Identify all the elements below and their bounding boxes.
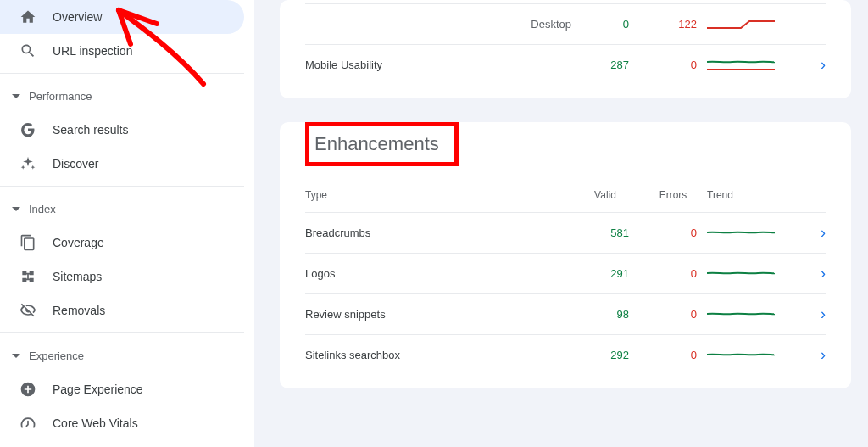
- chevron-right-icon[interactable]: ›: [792, 346, 826, 364]
- row-errors: 0: [639, 267, 707, 280]
- speed-icon: [19, 414, 37, 433]
- col-type: Type: [305, 189, 571, 201]
- row-errors: 0: [639, 308, 707, 321]
- table-row[interactable]: Logos 291 0 ›: [305, 253, 826, 293]
- chevron-right-icon[interactable]: ›: [792, 305, 826, 323]
- chevron-right-icon[interactable]: ›: [792, 56, 826, 74]
- sidebar-group-label: Performance: [29, 90, 92, 103]
- chevron-right-icon[interactable]: ›: [792, 224, 826, 242]
- plus-circle-icon: [19, 380, 37, 399]
- sidebar-label: Sitemaps: [53, 270, 102, 283]
- table-row[interactable]: Mobile Usability 287 0 ›: [305, 44, 826, 85]
- sidebar-label: URL inspection: [53, 44, 132, 58]
- row-valid: 581: [571, 226, 639, 239]
- sidebar-item-coverage[interactable]: Coverage: [0, 226, 244, 260]
- divider: [0, 73, 244, 74]
- sidebar-item-removals[interactable]: Removals: [0, 293, 244, 327]
- col-valid: Valid: [571, 189, 639, 201]
- divider: [0, 332, 244, 333]
- sitemap-icon: [19, 267, 37, 286]
- sidebar-item-sitemaps[interactable]: Sitemaps: [0, 260, 244, 293]
- sidebar-item-overview[interactable]: Overview: [0, 0, 244, 34]
- col-trend: Trend: [707, 189, 792, 201]
- caret-down-icon: [12, 354, 20, 358]
- pages-icon: [19, 233, 37, 252]
- divider: [0, 186, 244, 187]
- sidebar-group-index[interactable]: Index: [0, 192, 244, 226]
- row-label: Review snippets: [305, 308, 571, 321]
- table-row[interactable]: Desktop 0 122: [305, 3, 826, 44]
- row-label: Desktop: [305, 18, 571, 31]
- coverage-card: Desktop 0 122 Mobile Usability 287 0 ›: [280, 0, 851, 98]
- sidebar-item-core-web-vitals[interactable]: Core Web Vitals: [0, 406, 244, 440]
- caret-down-icon: [12, 207, 20, 211]
- enhancements-card: Enhancements Type Valid Errors Trend Bre…: [280, 122, 851, 388]
- sidebar-group-experience[interactable]: Experience: [0, 338, 244, 372]
- visibility-off-icon: [19, 301, 37, 320]
- row-trend: [707, 349, 792, 362]
- sidebar-label: Coverage: [53, 236, 104, 249]
- row-errors: 0: [639, 349, 707, 361]
- sidebar-label: Page Experience: [53, 383, 143, 396]
- main-content: Desktop 0 122 Mobile Usability 287 0 › E…: [254, 0, 868, 447]
- row-errors: 122: [639, 18, 707, 31]
- col-errors: Errors: [639, 189, 707, 201]
- row-valid: 291: [571, 267, 639, 280]
- sparkle-icon: [19, 154, 37, 173]
- search-icon: [19, 42, 37, 60]
- sidebar-label: Search results: [53, 123, 128, 137]
- sidebar-item-discover[interactable]: Discover: [0, 147, 244, 181]
- sidebar-item-url-inspection[interactable]: URL inspection: [0, 34, 244, 68]
- row-errors: 0: [639, 59, 707, 71]
- sidebar-group-label: Index: [29, 203, 56, 215]
- caret-down-icon: [12, 94, 20, 98]
- chevron-right-icon[interactable]: ›: [792, 265, 826, 282]
- sidebar-group-label: Experience: [29, 349, 84, 362]
- row-valid: 287: [571, 59, 639, 71]
- row-trend: [707, 226, 792, 240]
- table-row[interactable]: Breadcrumbs 581 0 ›: [305, 212, 826, 253]
- row-label: Breadcrumbs: [305, 226, 571, 239]
- home-icon: [19, 8, 37, 26]
- row-trend: [707, 267, 792, 281]
- row-errors: 0: [639, 226, 707, 239]
- row-label: Logos: [305, 267, 571, 280]
- sidebar-label: Core Web Vitals: [53, 416, 138, 430]
- row-label: Mobile Usability: [305, 59, 571, 71]
- sidebar-label: Removals: [53, 304, 105, 317]
- annotation-highlight: Enhancements: [305, 122, 459, 166]
- sidebar-item-search-results[interactable]: Search results: [0, 113, 244, 147]
- row-trend: [707, 59, 792, 72]
- google-g-icon: [19, 120, 37, 139]
- table-row[interactable]: Review snippets 98 0 ›: [305, 293, 826, 334]
- sidebar: Overview URL inspection Performance Sear…: [0, 0, 254, 447]
- card-title: Enhancements: [311, 130, 442, 159]
- row-valid: 98: [571, 308, 639, 321]
- row-trend: [707, 18, 792, 31]
- table-header: Type Valid Errors Trend: [305, 178, 826, 212]
- sidebar-group-performance[interactable]: Performance: [0, 79, 244, 113]
- sidebar-label: Overview: [53, 10, 102, 24]
- sidebar-item-page-experience[interactable]: Page Experience: [0, 372, 244, 406]
- sidebar-label: Discover: [53, 157, 98, 170]
- row-valid: 292: [571, 349, 639, 361]
- row-valid: 0: [571, 18, 639, 31]
- table-row[interactable]: Sitelinks searchbox 292 0 ›: [305, 334, 826, 375]
- row-label: Sitelinks searchbox: [305, 349, 571, 361]
- row-trend: [707, 308, 792, 321]
